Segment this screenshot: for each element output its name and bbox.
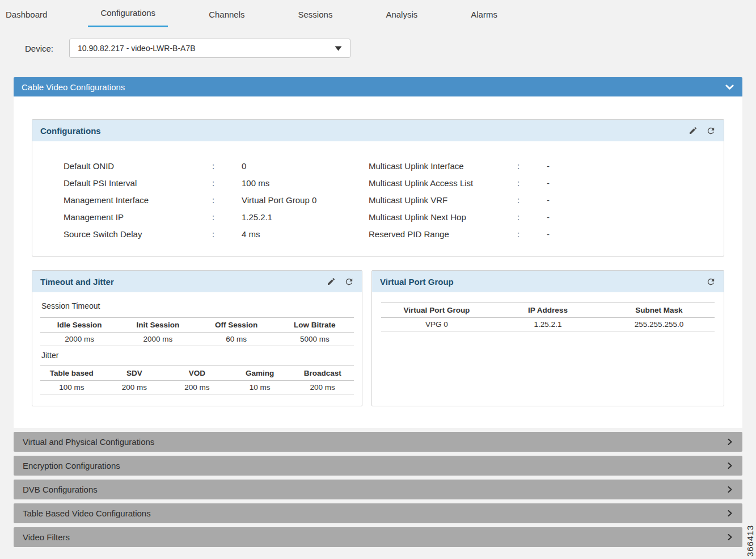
jitter-label: Jitter [41,351,354,360]
chevron-right-icon [727,438,733,446]
field-label: Management Interface [64,195,212,205]
field-separator: : [517,229,547,239]
field-value: - [547,195,712,205]
table-header-row: Table based SDV VOD Gaming Broadcast [40,366,354,381]
field-separator: : [517,161,547,171]
table-cell: 5000 ms [276,333,354,346]
field-label: Default ONID [64,161,212,171]
field-value: 4 ms [242,229,369,239]
table-cell: 60 ms [197,333,276,346]
figure-number: 366413 [745,525,755,557]
field-value: 1.25.2.1 [242,212,369,222]
column-header: IP Address [492,303,603,318]
config-field: Reserved PID Range : - [369,225,712,242]
accordion-encryption-configurations[interactable]: Encryption Configurations [14,456,742,476]
field-label: Multicast Uplink Access List [369,178,517,188]
device-selected-value: 10.90.82.217 - video-LWR-B-A7B [78,44,196,53]
table-cell: 100 ms [40,381,103,394]
refresh-icon[interactable] [706,277,716,287]
config-field: Default PSI Interval : 100 ms [64,174,369,191]
column-header: Table based [40,366,103,381]
device-row: Device: 10.90.82.217 - video-LWR-B-A7B [25,39,756,58]
edit-pencil-icon[interactable] [327,277,336,287]
lower-cards-row: Timeout and Jitter Session Timeout [32,270,724,406]
field-label: Multicast Uplink Interface [369,161,517,171]
tab-analysis[interactable]: Analysis [373,10,430,27]
column-header: Low Bitrate [276,318,354,333]
field-label: Default PSI Interval [64,178,212,188]
cable-video-configurations-header[interactable]: Cable Video Configurations [14,77,742,96]
configurations-fields: Default ONID : 0 Default PSI Interval : … [32,141,724,256]
collapsed-sections: Virtual and Physical Configurations Encr… [14,432,742,547]
column-header: Gaming [229,366,292,381]
field-label: Source Switch Delay [64,229,212,239]
edit-pencil-icon[interactable] [689,126,698,136]
cable-video-configurations-section: Cable Video Configurations Configuration… [14,77,742,428]
field-separator: : [212,229,242,239]
virtual-port-group-card-header: Virtual Port Group [372,271,724,292]
timeout-jitter-card: Timeout and Jitter Session Timeout [32,270,362,406]
session-timeout-table: Idle Session Init Session Off Session Lo… [40,317,354,346]
table-cell: 200 ms [166,381,229,394]
virtual-port-group-card: Virtual Port Group Virtual Port Group IP… [371,270,724,406]
field-separator: : [212,161,242,171]
tab-dashboard[interactable]: Dashboard [6,10,60,27]
chevron-right-icon [727,509,733,518]
column-header: Init Session [119,318,197,333]
table-cell: 2000 ms [119,333,197,346]
accordion-virtual-physical-configurations[interactable]: Virtual and Physical Configurations [14,432,742,452]
session-timeout-label: Session Timeout [41,301,354,310]
section-title: Cable Video Configurations [22,82,125,92]
timeout-jitter-card-actions [327,277,354,287]
column-header: SDV [103,366,166,381]
virtual-port-group-card-actions [706,277,716,287]
field-value: - [547,178,712,188]
timeout-jitter-card-title: Timeout and Jitter [40,277,114,287]
top-nav: Dashboard Configurations Channels Sessio… [0,0,756,27]
accordion-dvb-configurations[interactable]: DVB Configurations [14,480,742,499]
configurations-left-column: Default ONID : 0 Default PSI Interval : … [64,157,369,242]
field-value: Virtual Port Group 0 [242,195,369,205]
accordion-table-based-video-configurations[interactable]: Table Based Video Configurations [14,503,742,523]
config-field: Default ONID : 0 [64,157,369,174]
config-field: Multicast Uplink Interface : - [369,157,712,174]
chevron-right-icon [727,485,733,494]
chevron-down-icon[interactable] [725,82,734,92]
table-cell: 1.25.2.1 [492,318,603,331]
table-cell: 10 ms [229,381,292,394]
field-separator: : [212,178,242,188]
accordion-label: Table Based Video Configurations [23,508,151,518]
tab-channels[interactable]: Channels [196,10,257,27]
column-header: Idle Session [40,318,119,333]
timeout-jitter-card-body: Session Timeout Idle Session Init Sessio… [32,301,362,402]
table-cell: 200 ms [291,381,354,394]
table-cell: VPG 0 [381,318,492,331]
accordion-video-filters[interactable]: Video Filters [14,527,742,547]
field-label: Reserved PID Range [369,229,517,239]
field-value: - [547,161,712,171]
config-field: Multicast Uplink Access List : - [369,174,712,191]
configurations-card-actions [689,126,716,136]
table-cell: 255.255.255.0 [603,318,715,331]
dropdown-caret-icon [335,46,342,51]
virtual-port-group-table: Virtual Port Group IP Address Subnet Mas… [381,302,715,331]
device-label: Device: [25,44,53,53]
virtual-port-group-card-body: Virtual Port Group IP Address Subnet Mas… [372,292,724,331]
chevron-right-icon [727,533,733,541]
tab-alarms[interactable]: Alarms [458,10,510,27]
accordion-label: Video Filters [23,532,70,542]
table-cell: 2000 ms [40,333,119,346]
field-separator: : [517,178,547,188]
field-separator: : [212,212,242,222]
tab-configurations[interactable]: Configurations [88,8,168,27]
accordion-label: DVB Configurations [23,485,98,494]
virtual-port-group-card-title: Virtual Port Group [380,277,454,287]
refresh-icon[interactable] [706,126,716,136]
tab-sessions[interactable]: Sessions [286,10,345,27]
refresh-icon[interactable] [344,277,354,287]
config-field: Multicast Uplink Next Hop : - [369,208,712,225]
table-cell: 200 ms [103,381,166,394]
field-label: Management IP [64,212,212,222]
device-select[interactable]: 10.90.82.217 - video-LWR-B-A7B [69,39,350,58]
table-row: 100 ms 200 ms 200 ms 10 ms 200 ms [40,381,354,394]
